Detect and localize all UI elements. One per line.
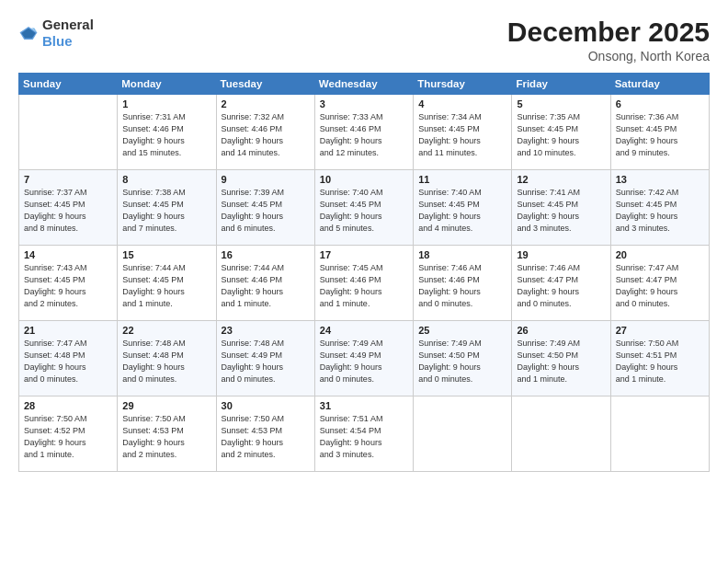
day-number: 26 [517, 325, 605, 336]
day-number: 11 [418, 174, 506, 185]
day-info: Sunrise: 7:46 AMSunset: 4:46 PMDaylight:… [418, 262, 506, 310]
calendar-cell: 23Sunrise: 7:48 AMSunset: 4:49 PMDayligh… [216, 321, 314, 396]
calendar-cell: 2Sunrise: 7:32 AMSunset: 4:46 PMDaylight… [216, 95, 314, 170]
day-number: 29 [122, 400, 210, 411]
calendar-cell: 13Sunrise: 7:42 AMSunset: 4:45 PMDayligh… [610, 170, 709, 246]
day-info: Sunrise: 7:36 AMSunset: 4:45 PMDaylight:… [616, 111, 704, 159]
calendar-cell: 28Sunrise: 7:50 AMSunset: 4:52 PMDayligh… [19, 396, 118, 472]
day-number: 9 [222, 174, 310, 185]
calendar-cell: 21Sunrise: 7:47 AMSunset: 4:48 PMDayligh… [19, 321, 118, 396]
calendar-body: 1Sunrise: 7:31 AMSunset: 4:46 PMDaylight… [19, 95, 710, 472]
day-info: Sunrise: 7:48 AMSunset: 4:49 PMDaylight:… [222, 338, 310, 385]
day-info: Sunrise: 7:47 AMSunset: 4:48 PMDaylight:… [24, 338, 112, 385]
calendar-week-row: 7Sunrise: 7:37 AMSunset: 4:45 PMDaylight… [19, 170, 710, 246]
day-number: 7 [24, 174, 112, 185]
day-info: Sunrise: 7:35 AMSunset: 4:45 PMDaylight:… [517, 111, 605, 159]
calendar-week-row: 1Sunrise: 7:31 AMSunset: 4:46 PMDaylight… [19, 95, 710, 170]
calendar-cell: 24Sunrise: 7:49 AMSunset: 4:49 PMDayligh… [314, 321, 413, 396]
day-info: Sunrise: 7:41 AMSunset: 4:45 PMDaylight:… [517, 187, 605, 235]
calendar-cell: 26Sunrise: 7:49 AMSunset: 4:50 PMDayligh… [512, 321, 610, 396]
calendar-cell: 8Sunrise: 7:38 AMSunset: 4:45 PMDaylight… [118, 170, 216, 246]
calendar-cell: 30Sunrise: 7:50 AMSunset: 4:53 PMDayligh… [216, 396, 314, 472]
calendar-cell: 18Sunrise: 7:46 AMSunset: 4:46 PMDayligh… [414, 246, 512, 321]
day-info: Sunrise: 7:33 AMSunset: 4:46 PMDaylight:… [320, 111, 408, 159]
day-number: 18 [418, 249, 506, 260]
calendar-cell: 10Sunrise: 7:40 AMSunset: 4:45 PMDayligh… [314, 170, 413, 246]
day-number: 14 [24, 249, 112, 260]
day-info: Sunrise: 7:39 AMSunset: 4:45 PMDaylight:… [222, 187, 310, 235]
calendar-cell: 6Sunrise: 7:36 AMSunset: 4:45 PMDaylight… [610, 95, 709, 170]
calendar-cell: 17Sunrise: 7:45 AMSunset: 4:46 PMDayligh… [314, 246, 413, 321]
calendar-table: Sunday Monday Tuesday Wednesday Thursday… [18, 73, 710, 472]
calendar-cell: 4Sunrise: 7:34 AMSunset: 4:45 PMDaylight… [414, 95, 512, 170]
calendar-cell: 20Sunrise: 7:47 AMSunset: 4:47 PMDayligh… [610, 246, 709, 321]
calendar-cell [610, 396, 709, 472]
day-number: 20 [616, 249, 704, 260]
day-info: Sunrise: 7:47 AMSunset: 4:47 PMDaylight:… [616, 262, 704, 310]
day-number: 15 [122, 249, 210, 260]
calendar-cell: 25Sunrise: 7:49 AMSunset: 4:50 PMDayligh… [414, 321, 512, 396]
day-info: Sunrise: 7:48 AMSunset: 4:48 PMDaylight:… [122, 338, 210, 385]
calendar-cell: 19Sunrise: 7:46 AMSunset: 4:47 PMDayligh… [512, 246, 610, 321]
day-number: 17 [320, 249, 408, 260]
day-number: 21 [24, 325, 112, 336]
calendar-cell: 7Sunrise: 7:37 AMSunset: 4:45 PMDaylight… [19, 170, 118, 246]
calendar-cell: 27Sunrise: 7:50 AMSunset: 4:51 PMDayligh… [610, 321, 709, 396]
calendar-cell [414, 396, 512, 472]
day-info: Sunrise: 7:49 AMSunset: 4:50 PMDaylight:… [517, 338, 605, 385]
day-number: 23 [222, 325, 310, 336]
day-info: Sunrise: 7:46 AMSunset: 4:47 PMDaylight:… [517, 262, 605, 310]
day-info: Sunrise: 7:44 AMSunset: 4:46 PMDaylight:… [222, 262, 310, 310]
day-number: 3 [320, 98, 408, 109]
logo-text: General [42, 17, 94, 32]
day-info: Sunrise: 7:49 AMSunset: 4:50 PMDaylight:… [418, 338, 506, 385]
page: General Blue December 2025 Onsong, North… [0, 0, 728, 563]
day-number: 25 [418, 325, 506, 336]
day-number: 13 [616, 174, 704, 185]
day-number: 5 [517, 98, 605, 109]
day-number: 6 [616, 98, 704, 109]
day-number: 30 [222, 400, 310, 411]
day-info: Sunrise: 7:40 AMSunset: 4:45 PMDaylight:… [320, 187, 408, 235]
calendar-cell [19, 95, 118, 170]
day-number: 10 [320, 174, 408, 185]
calendar-cell: 29Sunrise: 7:50 AMSunset: 4:53 PMDayligh… [118, 396, 216, 472]
header: General Blue December 2025 Onsong, North… [18, 17, 710, 63]
calendar-cell: 22Sunrise: 7:48 AMSunset: 4:48 PMDayligh… [118, 321, 216, 396]
day-info: Sunrise: 7:40 AMSunset: 4:45 PMDaylight:… [418, 187, 506, 235]
calendar-cell [512, 396, 610, 472]
day-number: 24 [320, 325, 408, 336]
day-info: Sunrise: 7:43 AMSunset: 4:45 PMDaylight:… [24, 262, 112, 310]
title-block: December 2025 Onsong, North Korea [507, 17, 710, 63]
day-info: Sunrise: 7:44 AMSunset: 4:45 PMDaylight:… [122, 262, 210, 310]
col-monday: Monday [118, 74, 216, 95]
day-number: 1 [122, 98, 210, 109]
day-info: Sunrise: 7:49 AMSunset: 4:49 PMDaylight:… [320, 338, 408, 385]
col-friday: Friday [512, 74, 610, 95]
col-tuesday: Tuesday [216, 74, 314, 95]
calendar-week-row: 21Sunrise: 7:47 AMSunset: 4:48 PMDayligh… [19, 321, 710, 396]
month-title: December 2025 [507, 17, 710, 47]
day-number: 16 [222, 249, 310, 260]
calendar-cell: 12Sunrise: 7:41 AMSunset: 4:45 PMDayligh… [512, 170, 610, 246]
day-info: Sunrise: 7:37 AMSunset: 4:45 PMDaylight:… [24, 187, 112, 235]
calendar-header-row: Sunday Monday Tuesday Wednesday Thursday… [19, 74, 710, 95]
day-number: 31 [320, 400, 408, 411]
calendar-cell: 9Sunrise: 7:39 AMSunset: 4:45 PMDaylight… [216, 170, 314, 246]
day-number: 28 [24, 400, 112, 411]
day-number: 12 [517, 174, 605, 185]
calendar-cell: 1Sunrise: 7:31 AMSunset: 4:46 PMDaylight… [118, 95, 216, 170]
day-number: 2 [222, 98, 310, 109]
day-info: Sunrise: 7:51 AMSunset: 4:54 PMDaylight:… [320, 413, 408, 461]
day-info: Sunrise: 7:45 AMSunset: 4:46 PMDaylight:… [320, 262, 408, 310]
day-info: Sunrise: 7:31 AMSunset: 4:46 PMDaylight:… [122, 111, 210, 159]
day-number: 22 [122, 325, 210, 336]
col-thursday: Thursday [414, 74, 512, 95]
calendar-cell: 11Sunrise: 7:40 AMSunset: 4:45 PMDayligh… [414, 170, 512, 246]
calendar-week-row: 28Sunrise: 7:50 AMSunset: 4:52 PMDayligh… [19, 396, 710, 472]
day-number: 19 [517, 249, 605, 260]
day-info: Sunrise: 7:42 AMSunset: 4:45 PMDaylight:… [616, 187, 704, 235]
day-info: Sunrise: 7:50 AMSunset: 4:51 PMDaylight:… [616, 338, 704, 385]
logo: General Blue [18, 17, 94, 50]
logo-blue-text: Blue [42, 33, 73, 49]
